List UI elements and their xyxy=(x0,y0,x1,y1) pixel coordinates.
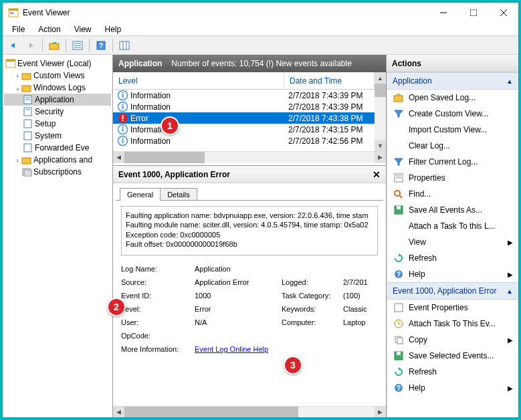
refresh-icon xyxy=(393,253,405,264)
error-icon xyxy=(117,113,128,124)
col-level[interactable]: Level xyxy=(113,72,284,89)
svg-rect-29 xyxy=(24,144,31,152)
svg-rect-1 xyxy=(9,9,18,11)
forward-button[interactable] xyxy=(23,38,39,53)
svg-rect-34 xyxy=(122,94,123,98)
minimize-button[interactable] xyxy=(428,3,458,23)
svg-line-53 xyxy=(399,195,402,198)
toolbar-help-button[interactable]: ? xyxy=(93,38,109,53)
action-help-event[interactable]: ?Help▶ xyxy=(387,380,518,396)
tree-root[interactable]: Event Viewer (Local) xyxy=(4,58,111,70)
actions-section-event[interactable]: Event 1000, Application Error▲ xyxy=(387,282,518,300)
tree-setup[interactable]: Setup xyxy=(4,118,111,130)
grid-row[interactable]: Information2/7/2018 7:43:39 PM xyxy=(113,101,375,112)
back-button[interactable] xyxy=(5,38,21,53)
event-properties-grid: Log Name:Application Source:Application … xyxy=(121,262,378,356)
action-clear-log[interactable]: Clear Log... xyxy=(387,138,518,154)
action-properties[interactable]: Properties xyxy=(387,170,518,186)
grid-vscroll[interactable]: ▲ ▼ xyxy=(375,72,386,151)
svg-rect-47 xyxy=(122,138,123,139)
svg-rect-3 xyxy=(10,13,14,14)
svg-rect-15 xyxy=(120,41,129,49)
action-help[interactable]: ?Help▶ xyxy=(387,266,518,282)
menu-view[interactable]: View xyxy=(69,23,97,35)
help-icon: ? xyxy=(393,383,405,393)
action-save-selected[interactable]: Save Selected Events... xyxy=(387,348,518,364)
maximize-button[interactable] xyxy=(458,3,488,23)
folder-icon xyxy=(21,70,32,81)
funnel-icon xyxy=(393,108,405,119)
tree-custom-views[interactable]: › Custom Views xyxy=(4,70,111,82)
svg-rect-43 xyxy=(122,128,123,132)
tree-panel: Event Viewer (Local) › Custom Views ⌄ Wi… xyxy=(3,55,113,417)
find-icon xyxy=(393,189,405,199)
tab-general[interactable]: General xyxy=(120,188,161,201)
tree-system[interactable]: System xyxy=(4,130,111,142)
toolbar-list-button[interactable] xyxy=(70,38,86,53)
tree-security[interactable]: Security xyxy=(4,106,111,118)
log-icon xyxy=(23,130,33,141)
task-icon xyxy=(393,318,405,329)
grid-row[interactable]: Information2/7/2018 7:43:15 PM xyxy=(113,124,375,135)
log-icon xyxy=(23,106,33,117)
action-refresh[interactable]: Refresh xyxy=(387,250,518,266)
col-datetime[interactable]: Date and Time xyxy=(284,72,375,89)
expand-icon[interactable]: › xyxy=(13,72,21,80)
tree-forwarded[interactable]: Forwarded Eve xyxy=(4,142,111,154)
actions-header: Actions xyxy=(387,55,518,72)
help-icon: ? xyxy=(393,269,405,280)
action-event-properties[interactable]: Event Properties xyxy=(387,300,518,316)
action-find[interactable]: Find... xyxy=(387,186,518,202)
svg-text:?: ? xyxy=(99,42,103,49)
tree-windows-logs[interactable]: ⌄ Windows Logs xyxy=(4,82,111,94)
eventviewer-icon xyxy=(5,58,16,69)
grid-row[interactable]: Information2/7/2018 7:43:39 PM xyxy=(113,90,375,101)
refresh-icon xyxy=(393,366,405,377)
detail-hscroll[interactable]: ◀ ▶ xyxy=(113,406,386,417)
svg-text:?: ? xyxy=(397,385,401,392)
detail-close-button[interactable]: ✕ xyxy=(373,169,381,180)
app-icon xyxy=(8,7,19,18)
action-attach-task[interactable]: Attach a Task To this L... xyxy=(387,218,518,234)
toolbar-panes-button[interactable] xyxy=(116,38,132,53)
tab-details[interactable]: Details xyxy=(160,188,197,201)
action-view-submenu[interactable]: View▶ xyxy=(387,234,518,250)
titlebar: Event Viewer xyxy=(3,3,518,23)
menu-action[interactable]: Action xyxy=(33,23,66,35)
action-attach-task-event[interactable]: Attach Task To This Ev... xyxy=(387,316,518,332)
action-filter-log[interactable]: Filter Current Log... xyxy=(387,154,518,170)
close-button[interactable] xyxy=(488,3,518,23)
action-import-custom-view[interactable]: Import Custom View... xyxy=(387,122,518,138)
actions-section-application[interactable]: Application▲ xyxy=(387,72,518,90)
grid-row[interactable]: Information2/7/2018 7:42:56 PM xyxy=(113,135,375,146)
grid-hscroll[interactable]: ◀ ▶ xyxy=(113,151,386,163)
folder-icon xyxy=(21,154,32,165)
tree-apps-services[interactable]: › Applications and xyxy=(4,154,111,166)
grid-body: Information2/7/2018 7:43:39 PMInformatio… xyxy=(113,90,375,151)
annotation-badge-3: 3 xyxy=(284,356,302,375)
menu-help[interactable]: Help xyxy=(100,23,127,35)
expand-icon[interactable]: › xyxy=(13,156,21,164)
action-create-custom-view[interactable]: Create Custom View... xyxy=(387,106,518,122)
tree-subscriptions[interactable]: › Subscriptions xyxy=(4,166,111,178)
action-copy[interactable]: Copy▶ xyxy=(387,332,518,348)
save-icon xyxy=(393,350,405,361)
tree-application[interactable]: Application xyxy=(4,94,111,106)
action-save-all-events[interactable]: Save All Events As... xyxy=(387,202,518,218)
svg-text:?: ? xyxy=(397,271,401,278)
log-icon xyxy=(23,94,33,105)
svg-rect-44 xyxy=(122,126,123,128)
svg-rect-32 xyxy=(24,170,31,177)
svg-rect-25 xyxy=(24,108,31,116)
properties-icon xyxy=(393,173,405,183)
toolbar-folder-button[interactable] xyxy=(46,38,62,53)
menu-file[interactable]: File xyxy=(7,23,30,35)
log-icon xyxy=(23,142,33,153)
collapse-icon[interactable]: ⌄ xyxy=(13,84,21,92)
action-refresh-event[interactable]: Refresh xyxy=(387,364,518,380)
grid-row[interactable]: Error2/7/2018 7:43:38 PM xyxy=(113,112,375,124)
action-open-saved-log[interactable]: Open Saved Log... xyxy=(387,90,518,106)
svg-rect-21 xyxy=(22,86,31,92)
toolbar: ? xyxy=(3,36,518,55)
online-help-link[interactable]: Event Log Online Help xyxy=(195,345,268,353)
